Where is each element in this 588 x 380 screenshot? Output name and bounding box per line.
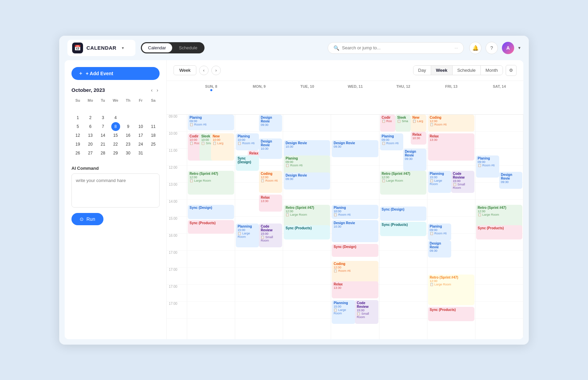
event-retro-thu[interactable]: Retro (Sprint #47) 12:00 📋 Large Room bbox=[380, 171, 426, 195]
event-planing-fri[interactable]: Planing 09:00 📋 Room #6 bbox=[428, 224, 451, 241]
mini-cal-day[interactable]: 17 bbox=[136, 131, 145, 140]
event-design-review2-wed[interactable]: Design Revie 10:30 bbox=[332, 220, 378, 242]
mini-cal-day[interactable]: 21 bbox=[99, 140, 108, 149]
mini-cal-day[interactable]: 14 bbox=[99, 131, 108, 140]
cal-grid: SUN, 8 MON, 9 TUE, 10 WED, 11 THU, 12 bbox=[167, 81, 523, 339]
mini-cal-day[interactable]: 27 bbox=[86, 149, 95, 158]
event-design-review-tue[interactable]: Design Revie 10:30 bbox=[284, 140, 330, 157]
event-relax-fri[interactable]: Relax 13:30 bbox=[428, 133, 474, 161]
avatar[interactable]: A bbox=[502, 42, 514, 54]
help-icon[interactable]: ? bbox=[486, 42, 498, 54]
mini-cal-day[interactable]: 20 bbox=[86, 140, 95, 149]
event-planning-fri[interactable]: Planning 15:00 📋 Large Room bbox=[428, 171, 451, 193]
event-planning2-mon[interactable]: Planning 15:00 📋 Large Room bbox=[236, 224, 259, 247]
event-relax-thu[interactable]: Relax 10:30 bbox=[411, 132, 426, 145]
mini-cal-day[interactable]: 4 bbox=[111, 113, 120, 122]
mini-cal-day[interactable]: 2 bbox=[86, 113, 95, 122]
prev-week-button[interactable]: ‹ bbox=[199, 66, 209, 75]
event-code-review-fri[interactable]: Code Review 15:00 📋 Small Room bbox=[451, 171, 474, 193]
event-codir-thu[interactable]: Codir 📋 Roo bbox=[380, 115, 396, 132]
mini-cal-day[interactable]: 7 bbox=[99, 122, 108, 131]
event-new-thu[interactable]: New 📋 Larg bbox=[411, 115, 426, 132]
chevron-down-icon[interactable]: ▾ bbox=[122, 46, 124, 50]
event-sync-products-tue[interactable]: Sync (Products) bbox=[284, 225, 330, 239]
mini-cal-day[interactable]: 31 bbox=[136, 149, 145, 158]
event-retro-sun[interactable]: Retro (Sprint #47) 12:00 📋 Large Room bbox=[188, 171, 234, 195]
event-planing-sat[interactable]: Planing 09:00 📋 Room #6 bbox=[476, 155, 499, 178]
prev-month-button[interactable]: ‹ bbox=[150, 87, 154, 94]
mini-cal-day[interactable]: 12 bbox=[74, 131, 82, 140]
notification-bell-icon[interactable]: 🔔 bbox=[469, 42, 481, 54]
mini-cal-day[interactable]: 5 bbox=[74, 122, 82, 131]
next-month-button[interactable]: › bbox=[155, 87, 160, 94]
event-sync-products-sun[interactable]: Sync (Products) bbox=[188, 220, 234, 234]
user-chevron-icon[interactable]: ▾ bbox=[518, 45, 521, 50]
day-view-button[interactable]: Day bbox=[413, 66, 431, 75]
run-button[interactable]: ⊙ Run bbox=[71, 213, 103, 225]
mini-cal-day[interactable]: 26 bbox=[74, 149, 82, 158]
event-sleek-thu[interactable]: Sleek 📋 Sma bbox=[395, 115, 411, 132]
event-sync-design-thu[interactable]: Sync (Design) bbox=[380, 206, 426, 221]
event-new-sun[interactable]: New 10:00 📋 Larg bbox=[211, 133, 234, 161]
col-header-mon: MON, 9 bbox=[235, 81, 283, 115]
mini-cal-day[interactable]: 3 bbox=[99, 113, 108, 122]
mini-cal-day[interactable]: 29 bbox=[111, 149, 120, 158]
add-event-button[interactable]: ＋ + Add Event bbox=[71, 67, 160, 80]
ai-command-input[interactable] bbox=[71, 174, 160, 208]
event-sync-design-sun[interactable]: Sync (Design) bbox=[188, 205, 234, 219]
event-sync-design-wed[interactable]: Sync (Design) bbox=[332, 244, 378, 257]
mini-cal-day[interactable]: 10 bbox=[136, 122, 145, 131]
mini-cal-day[interactable]: 23 bbox=[124, 140, 133, 149]
event-sync-design-mon[interactable]: Sync (Design) bbox=[236, 155, 259, 171]
search-input[interactable] bbox=[342, 45, 452, 50]
event-design-review-wed[interactable]: Design Revie 09:30 bbox=[332, 140, 378, 157]
event-relax2-mon[interactable]: Relax 13:30 bbox=[259, 195, 282, 212]
schedule-view-button[interactable]: Schedule bbox=[453, 66, 481, 75]
mini-cal-day[interactable]: 19 bbox=[74, 140, 82, 149]
event-sync-products-sat[interactable]: Sync (Products) bbox=[476, 225, 522, 239]
mini-cal-day[interactable]: 25 bbox=[149, 140, 158, 149]
mini-cal-day[interactable]: 1 bbox=[74, 113, 82, 122]
cal-grid-container: SUN, 8 MON, 9 TUE, 10 WED, 11 THU, 12 bbox=[167, 81, 523, 339]
event-coding-mon[interactable]: Coding 12:00 📋 Room #6 bbox=[259, 171, 282, 193]
event-design-review-mon[interactable]: Design Revie 09:30 bbox=[259, 115, 282, 132]
mini-cal-day[interactable]: 30 bbox=[124, 149, 133, 158]
event-coding-wed[interactable]: Coding 12:00 📋 Room #6 bbox=[332, 261, 378, 283]
week-button[interactable]: Week bbox=[174, 65, 196, 75]
mini-cal-day[interactable]: 13 bbox=[86, 131, 95, 140]
schedule-toggle-btn[interactable]: Schedule bbox=[173, 43, 203, 52]
calendar-toggle-btn[interactable]: Calendar bbox=[142, 43, 172, 52]
event-design-review-fri[interactable]: Design Revie 09:30 bbox=[428, 241, 451, 258]
week-view-button[interactable]: Week bbox=[431, 66, 453, 75]
event-design-review2-tue[interactable]: Design Revie 09:30 bbox=[284, 172, 330, 189]
settings-button[interactable]: ⚙ bbox=[506, 65, 517, 76]
event-code-review-wed[interactable]: Code Review 15:00 📋 Small Room bbox=[355, 300, 378, 324]
mini-cal-day[interactable]: 15 bbox=[111, 131, 120, 140]
event-planing-thu[interactable]: Planing 09:00 📋 Room #6 bbox=[380, 133, 403, 150]
event-planning-sun[interactable]: Planing 09:00 📋 Room #6 bbox=[188, 115, 234, 130]
next-week-button[interactable]: › bbox=[211, 66, 221, 75]
event-sync-products-thu[interactable]: Sync (Products) bbox=[380, 222, 426, 236]
mini-cal-day[interactable]: 16 bbox=[124, 131, 133, 140]
event-planning-wed[interactable]: Planning 15:00 📋 Large Room bbox=[332, 300, 355, 324]
event-planning-mon[interactable]: Planing 10:00 📋 Room #6 bbox=[236, 133, 259, 150]
mini-cal-day[interactable]: 6 bbox=[86, 122, 95, 131]
event-planing-wed[interactable]: Planing 10:00 📋 Room #6 bbox=[332, 205, 378, 219]
event-sync-products-fri[interactable]: Sync (Products) bbox=[428, 307, 474, 321]
event-design-review-sat[interactable]: Design Revie 09:30 bbox=[499, 172, 522, 189]
month-view-button[interactable]: Month bbox=[481, 66, 503, 75]
event-design-review-thu[interactable]: Design Revie 09:30 bbox=[403, 149, 426, 171]
mini-cal-day[interactable]: 18 bbox=[149, 131, 158, 140]
mini-cal-day[interactable]: 28 bbox=[99, 149, 108, 158]
mini-cal-day[interactable]: 24 bbox=[136, 140, 145, 149]
event-relax-wed[interactable]: Relax 13:30 bbox=[332, 281, 378, 298]
mini-cal-day[interactable]: 22 bbox=[111, 140, 120, 149]
mini-cal-day[interactable]: 9 bbox=[124, 122, 133, 131]
event-retro-fri[interactable]: Retro (Sprint #47) 12:00 📋 Large Room bbox=[428, 275, 474, 305]
event-code-review-mon[interactable]: Code Review 15:00 📋 Small Room bbox=[259, 224, 282, 247]
event-design-review2-mon[interactable]: Design Revie 10:30 bbox=[259, 138, 282, 159]
mini-cal-day[interactable]: 11 bbox=[149, 122, 158, 131]
event-coding-fri[interactable]: Coding 12:00 📋 Room #6 bbox=[428, 115, 474, 132]
day-col-tue: Design Revie 10:30 Planing 09:00 📋 Room … bbox=[283, 115, 331, 339]
mini-cal-day-today[interactable]: 8 bbox=[111, 122, 120, 131]
